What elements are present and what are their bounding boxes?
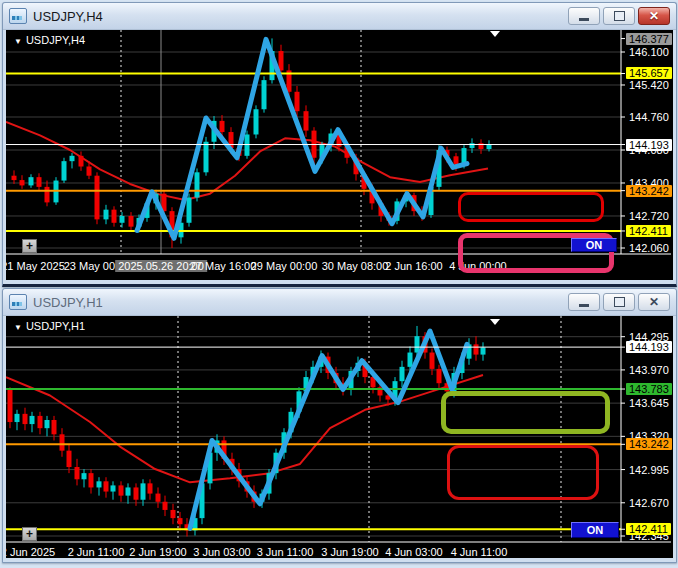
x-axis-label: 4 Jun 11:00 [451,546,508,558]
restore-icon [614,297,625,307]
x-axis-label: 2 Jun 16:00 [385,260,443,272]
y-axis-label-143.242: 143.242 [626,185,672,197]
y-axis-label-145.420: 145.420 [629,79,669,91]
x-axis-label: 21 May 2025 [6,260,65,272]
restore-button[interactable] [603,293,635,311]
close-icon: ✕ [649,10,659,22]
minimize-icon [579,304,589,307]
x-axis-label: 30 May 08:00 [322,260,389,272]
chart-window-usdjpy-h4: USDJPY,H4 ✕ ▼USDJPY,H4146.377146.100145.… [2,2,677,287]
y-axis-label-144.193: 144.193 [626,139,672,151]
green-zone-rect[interactable] [441,391,610,434]
y-axis-label-145.657: 145.657 [626,67,672,79]
x-axis-label: 4 Jun 03:00 [385,546,443,558]
minimize-button[interactable] [568,293,600,311]
close-button[interactable]: ✕ [638,293,670,311]
chart-symbol-label: ▼USDJPY,H1 [14,320,85,332]
y-axis-label-144.760: 144.760 [629,111,669,123]
y-axis-label-142.720: 142.720 [629,210,669,222]
chart-symbol-label: ▼USDJPY,H4 [14,34,85,46]
y-axis-label-142.411: 142.411 [626,523,671,535]
on-toggle-button[interactable]: ON [571,522,619,538]
zoom-in-button[interactable]: + [22,527,37,541]
x-axis-label: 3 Jun 19:00 [321,546,379,558]
x-axis-label: 29 May 00:00 [251,260,318,272]
y-axis-label-143.970: 143.970 [629,364,669,376]
window-title-h4: USDJPY,H4 [33,9,568,24]
y-axis-label-143.242: 143.242 [626,438,672,450]
chevron-down-icon[interactable]: ▼ [14,323,22,332]
y-axis-label-143.783: 143.783 [626,383,672,395]
red-zone-rect[interactable] [458,192,604,222]
minimize-icon [579,18,589,21]
candles [12,38,492,248]
x-axis-label: 3 Jun 11:00 [257,546,314,558]
y-axis-label-142.060: 142.060 [629,242,669,254]
y-axis-label-146.100: 146.100 [629,46,669,58]
chart-canvas-h4[interactable]: ▼USDJPY,H4146.377146.100145.657145.42014… [6,30,673,280]
close-button[interactable]: ✕ [638,7,670,25]
x-axis-label: 27 May 16:00 [190,260,257,272]
y-axis-label-142.411: 142.411 [626,225,671,237]
x-axis-label: 2 Jun 19:00 [129,546,187,558]
x-axis-label: 3 Jun 03:00 [193,546,251,558]
chart-window-usdjpy-h1: USDJPY,H1 ✕ ▼USDJPY,H1144.295144.193143.… [2,288,677,563]
y-axis-label-144.193: 144.193 [626,341,672,353]
titlebar-h1[interactable]: USDJPY,H1 ✕ [3,289,676,316]
y-axis-label-143.645: 143.645 [629,397,669,409]
current-candle-marker-icon [490,319,500,325]
chart-canvas-h1[interactable]: ▼USDJPY,H1144.295144.193143.970143.78314… [6,316,673,558]
y-axis-label-142.670: 142.670 [629,497,669,509]
chart-icon [9,294,27,310]
y-axis-label-142.995: 142.995 [629,464,669,476]
candles [8,326,486,537]
current-candle-marker-icon [490,31,500,37]
window-title-h1: USDJPY,H1 [33,295,568,310]
titlebar-h4[interactable]: USDJPY,H4 ✕ [3,3,676,30]
close-icon: ✕ [649,296,659,308]
zoom-in-button[interactable]: + [22,239,37,253]
on-toggle-button[interactable]: ON [571,238,617,252]
moving-average-line [6,375,483,482]
y-axis-label-146.377: 146.377 [626,33,672,45]
minimize-button[interactable] [568,7,600,25]
restore-button[interactable] [603,7,635,25]
desktop: { "windows": [ { "title": "USDJPY,H4", "… [0,0,678,568]
x-axis-label: 2 Jun 11:00 [68,546,125,558]
chart-icon [9,8,27,24]
restore-icon [614,11,625,21]
chevron-down-icon[interactable]: ▼ [14,37,22,46]
red-zone-rect[interactable] [447,445,599,500]
x-axis-label: 2 Jun 2025 [6,546,55,558]
